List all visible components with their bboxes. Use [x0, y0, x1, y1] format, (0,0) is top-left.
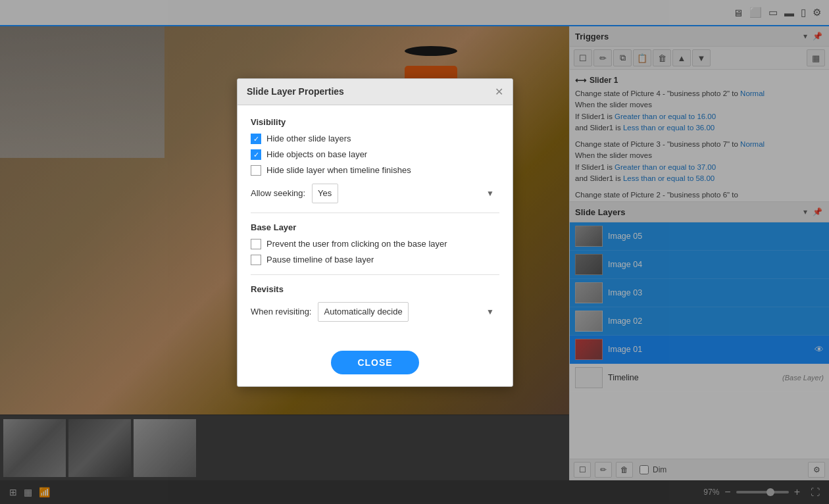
- modal-divider-2: [251, 274, 499, 275]
- hide-objects-base-checkbox[interactable]: [251, 149, 261, 160]
- prevent-click-checkbox[interactable]: [251, 239, 261, 249]
- pause-timeline-label: Pause timeline of base layer: [266, 255, 374, 265]
- hide-other-layers-label: Hide other slide layers: [266, 134, 351, 143]
- visibility-section-title: Visibility: [251, 117, 499, 127]
- modal-divider-1: [251, 213, 499, 213]
- allow-seeking-select-wrapper: Yes No ▼: [312, 184, 499, 203]
- allow-seeking-row: Allow seeking: Yes No ▼: [251, 184, 499, 203]
- checkbox-row-pause-timeline: Pause timeline of base layer: [251, 255, 499, 265]
- modal-footer: CLOSE: [238, 341, 513, 386]
- close-button[interactable]: CLOSE: [331, 351, 418, 374]
- allow-seeking-label: Allow seeking:: [251, 188, 305, 198]
- allow-seeking-select[interactable]: Yes No: [312, 184, 338, 203]
- hide-timeline-label: Hide slide layer when timeline finishes: [266, 165, 411, 175]
- modal-overlay: Slide Layer Properties ✕ Visibility Hide…: [0, 0, 829, 504]
- when-revisiting-label: When revisiting:: [251, 307, 311, 316]
- modal-header: Slide Layer Properties ✕: [238, 79, 513, 105]
- when-revisiting-row: When revisiting: Automatically decide Re…: [251, 302, 499, 322]
- when-revisiting-arrow-icon: ▼: [486, 307, 494, 316]
- modal-title: Slide Layer Properties: [247, 86, 344, 97]
- hide-timeline-checkbox[interactable]: [251, 165, 261, 176]
- modal-close-button[interactable]: ✕: [495, 86, 503, 98]
- modal-body: Visibility Hide other slide layers Hide …: [238, 105, 513, 341]
- checkbox-row-hide-objects: Hide objects on base layer: [251, 149, 499, 160]
- hide-objects-base-label: Hide objects on base layer: [266, 149, 367, 159]
- when-revisiting-select-wrapper: Automatically decide Reset to initial st…: [318, 302, 499, 322]
- when-revisiting-select[interactable]: Automatically decide Reset to initial st…: [318, 302, 409, 322]
- pause-timeline-checkbox[interactable]: [251, 255, 261, 265]
- prevent-click-label: Prevent the user from clicking on the ba…: [266, 239, 447, 249]
- allow-seeking-arrow-icon: ▼: [486, 189, 494, 198]
- checkbox-row-hide-timeline: Hide slide layer when timeline finishes: [251, 165, 499, 176]
- revisits-section-title: Revisits: [251, 284, 499, 294]
- base-layer-section-title: Base Layer: [251, 222, 499, 232]
- checkbox-row-hide-other: Hide other slide layers: [251, 134, 499, 144]
- checkbox-row-prevent-click: Prevent the user from clicking on the ba…: [251, 239, 499, 249]
- slide-layer-properties-modal: Slide Layer Properties ✕ Visibility Hide…: [237, 78, 513, 387]
- hide-other-layers-checkbox[interactable]: [251, 134, 261, 144]
